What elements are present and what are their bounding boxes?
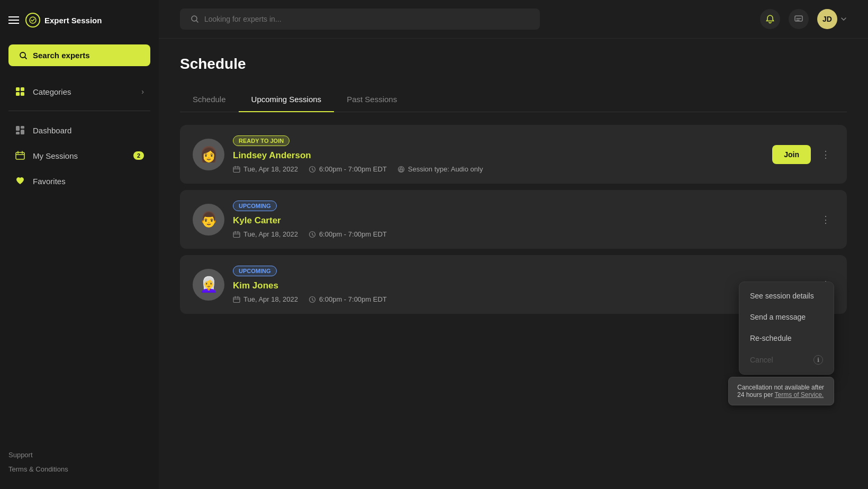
session-card-lindsey: 👩 READY TO JOIN Lindsey Anderson Tue, Ap… <box>180 125 847 184</box>
bell-icon <box>765 14 775 24</box>
chevron-right-icon: › <box>141 87 144 96</box>
session-card-kyle: 👨 UPCOMING Kyle Carter Tue, Apr 18, 2022 <box>180 190 847 249</box>
support-link[interactable]: Support <box>8 448 150 462</box>
session-badge-ready: READY TO JOIN <box>233 135 290 146</box>
session-info-kyle: UPCOMING Kyle Carter Tue, Apr 18, 2022 <box>233 201 809 238</box>
user-menu-button[interactable]: JD <box>817 9 847 29</box>
svg-rect-7 <box>21 126 24 129</box>
context-menu-reschedule[interactable]: Re-schedule <box>739 328 834 349</box>
calendar-small-icon-2 <box>233 231 240 238</box>
svg-rect-2 <box>16 87 20 91</box>
svg-rect-9 <box>21 130 24 134</box>
session-time-kyle: 6:00pm - 7:00pm EDT <box>309 230 387 238</box>
cancel-info-icon[interactable]: ℹ <box>813 355 823 365</box>
search-icon <box>19 51 28 60</box>
clock-icon <box>309 166 316 173</box>
session-more-button-lindsey[interactable]: ⋮ <box>817 146 834 163</box>
session-date-lindsey: Tue, Apr 18, 2022 <box>233 165 298 173</box>
chevron-down-icon <box>840 16 847 22</box>
categories-label: Categories <box>33 87 71 96</box>
topbar-icons: JD <box>760 9 847 29</box>
session-avatar-kim: 👩‍🦳 <box>193 269 224 301</box>
context-menu-cancel[interactable]: Cancel ℹ <box>739 349 834 371</box>
global-search-icon <box>191 15 199 23</box>
sidebar-item-favorites[interactable]: Favorites <box>8 168 150 194</box>
session-meta-lindsey: Tue, Apr 18, 2022 6:00pm - 7:00pm EDT <box>233 165 764 173</box>
session-date-kim: Tue, Apr 18, 2022 <box>233 295 298 303</box>
dashboard-label: Dashboard <box>33 126 71 135</box>
grid-icon <box>15 86 25 97</box>
session-badge-upcoming-kyle: UPCOMING <box>233 201 277 211</box>
tabs-row: Schedule Upcoming Sessions Past Sessions <box>180 87 847 112</box>
main-area: JD Schedule Schedule Upcoming Sessions P… <box>159 0 868 489</box>
join-session-button[interactable]: Join <box>772 145 811 164</box>
sidebar-item-categories[interactable]: Categories › <box>8 79 150 104</box>
heart-icon <box>15 176 25 186</box>
context-menu-send-message[interactable]: Send a message <box>739 306 834 328</box>
sidebar-header: Expert Session <box>8 13 150 28</box>
svg-rect-8 <box>16 132 20 134</box>
svg-rect-13 <box>233 167 240 172</box>
session-time-lindsey: 6:00pm - 7:00pm EDT <box>309 165 387 173</box>
session-date-kyle: Tue, Apr 18, 2022 <box>233 230 298 238</box>
sidebar-item-my-sessions[interactable]: My Sessions 2 <box>8 143 150 168</box>
session-name-kim: Kim Jones <box>233 280 809 291</box>
session-card-kim: 👩‍🦳 UPCOMING Kim Jones Tue, Apr 18, 2022 <box>180 255 847 314</box>
session-actions-kyle: ⋮ <box>817 211 834 228</box>
session-avatar-lindsey: 👩 <box>193 139 224 170</box>
logo-icon <box>25 13 40 28</box>
search-experts-label: Search experts <box>33 51 90 60</box>
clock-icon-2 <box>309 231 316 238</box>
notifications-button[interactable] <box>760 9 780 29</box>
session-actions-lindsey: Join ⋮ <box>772 145 834 164</box>
terms-of-service-link[interactable]: Terms of Service. <box>775 391 824 399</box>
session-info-kim: UPCOMING Kim Jones Tue, Apr 18, 2022 <box>233 266 809 303</box>
tab-past-sessions[interactable]: Past Sessions <box>334 87 410 112</box>
clock-icon-3 <box>309 296 316 303</box>
my-sessions-label: My Sessions <box>33 151 78 160</box>
messages-button[interactable] <box>789 9 809 29</box>
hamburger-menu-icon[interactable] <box>8 16 19 24</box>
global-search-bar[interactable] <box>180 8 540 30</box>
audio-icon <box>397 166 405 173</box>
global-search-input[interactable] <box>204 15 529 23</box>
tab-upcoming-sessions[interactable]: Upcoming Sessions <box>239 87 334 112</box>
tab-schedule[interactable]: Schedule <box>180 87 239 112</box>
session-type-lindsey: Session type: Audio only <box>397 165 483 173</box>
calendar-small-icon <box>233 166 240 173</box>
svg-rect-17 <box>233 232 240 237</box>
context-menu-see-details[interactable]: See session details <box>739 285 834 306</box>
session-name-kyle: Kyle Carter <box>233 215 809 226</box>
user-avatar: JD <box>817 9 837 29</box>
session-meta-kyle: Tue, Apr 18, 2022 6:00pm - 7:00pm EDT <box>233 230 809 238</box>
sidebar-footer: Support Terms & Conditions <box>8 437 150 476</box>
context-menu: See session details Send a message Re-sc… <box>739 282 834 375</box>
my-sessions-badge: 2 <box>133 151 144 160</box>
dashboard-icon <box>15 125 25 135</box>
page-content: Schedule Schedule Upcoming Sessions Past… <box>159 39 868 489</box>
chat-icon <box>794 14 803 24</box>
logo-text: Expert Session <box>44 16 102 25</box>
calendar-small-icon-3 <box>233 296 240 303</box>
session-avatar-kyle: 👨 <box>193 204 224 236</box>
session-more-button-kyle[interactable]: ⋮ <box>817 211 834 228</box>
favorites-label: Favorites <box>33 177 66 186</box>
session-info-lindsey: READY TO JOIN Lindsey Anderson Tue, Apr … <box>233 135 764 173</box>
svg-rect-5 <box>21 92 24 96</box>
session-time-kim: 6:00pm - 7:00pm EDT <box>309 295 387 303</box>
session-badge-upcoming-kim: UPCOMING <box>233 266 277 276</box>
terms-link[interactable]: Terms & Conditions <box>8 462 150 476</box>
sidebar-item-dashboard[interactable]: Dashboard <box>8 117 150 143</box>
sidebar: Expert Session Search experts Categories… <box>0 0 159 489</box>
svg-rect-6 <box>16 126 20 131</box>
svg-rect-16 <box>400 167 402 170</box>
search-experts-button[interactable]: Search experts <box>8 44 150 66</box>
svg-rect-3 <box>21 87 24 91</box>
svg-rect-4 <box>16 92 20 96</box>
cancellation-tooltip: Cancellation not available after 24 hour… <box>728 377 834 405</box>
calendar-icon <box>15 150 25 161</box>
session-name-lindsey: Lindsey Anderson <box>233 150 764 161</box>
svg-rect-10 <box>16 152 24 159</box>
logo-area: Expert Session <box>25 13 102 28</box>
session-meta-kim: Tue, Apr 18, 2022 6:00pm - 7:00pm EDT <box>233 295 809 303</box>
